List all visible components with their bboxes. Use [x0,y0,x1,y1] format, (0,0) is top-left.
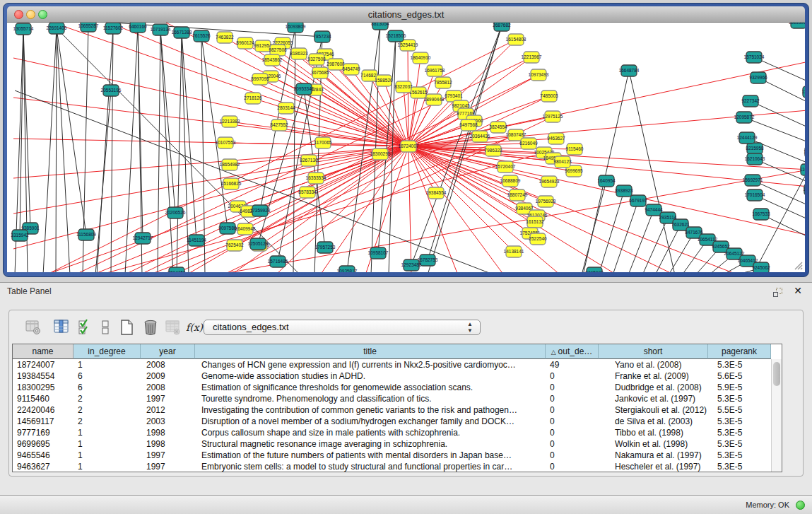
window-titlebar[interactable]: citations_edges.txt [7,6,805,23]
graph-node[interactable]: 10973493 [529,69,549,81]
graph-node[interactable]: 18990448 [424,94,445,105]
graph-edge[interactable] [751,101,805,131]
table-row[interactable]: 1872400712008Changes of HCN gene express… [13,359,772,370]
select-columns-check-button[interactable] [76,317,95,338]
graph-edge[interactable] [56,28,57,272]
table-cell[interactable]: Estimation of the future numbers of pati… [195,450,546,461]
table-cell[interactable]: 14569117 [13,416,73,427]
table-cell[interactable]: 1997 [141,393,195,404]
table-cell[interactable]: Changes of HCN gene expression and I(f) … [195,359,546,370]
graph-node[interactable]: 16154808 [506,34,526,45]
graph-node[interactable]: 9327508 [307,54,326,65]
column-header-pagerank[interactable]: pagerank [708,344,771,359]
graph-node[interactable]: 8960124 [236,37,254,49]
table-cell[interactable]: 9115460 [13,393,73,404]
graph-node[interactable]: 18113054 [789,23,805,28]
graph-edge[interactable] [138,27,143,238]
table-cell[interactable]: 0 [546,404,599,416]
table-cell[interactable]: 1 [73,359,141,370]
graph-node[interactable]: 16671388 [172,27,192,38]
table-row[interactable]: 977716911998Corpus callosum shape and si… [13,427,772,438]
graph-node[interactable]: 10935817 [337,266,358,272]
graph-edge[interactable] [613,201,638,272]
graph-node[interactable]: 16409948 [235,223,256,235]
graph-node[interactable]: 10107553 [216,137,236,148]
graph-node[interactable]: 20553196 [101,85,122,96]
graph-edge[interactable] [408,146,411,272]
graph-node[interactable]: 9097586 [218,223,237,234]
table-cell[interactable]: 0 [546,450,599,461]
graph-node[interactable]: 16353534 [306,173,326,184]
graph-node[interactable]: 16648784 [619,65,640,76]
graph-node[interactable]: 12444129 [737,132,758,144]
table-cell[interactable]: 1 [73,438,141,450]
graph-node[interactable]: 12213383 [220,116,240,127]
table-cell[interactable]: 5.3E-5 [708,393,771,404]
close-panel-icon[interactable]: ✕ [794,285,802,296]
graph-node[interactable]: 1170065 [314,137,332,148]
graph-node[interactable]: 20364436 [470,131,490,142]
graph-node[interactable]: 8186323 [290,48,308,59]
table-cell[interactable]: 9777169 [13,427,73,438]
table-cell[interactable]: Investigating the contribution of common… [195,404,546,416]
table-cell[interactable]: Genome-wide association studies in ADHD. [195,370,546,382]
table-cell[interactable]: 9463627 [13,461,73,472]
graph-node[interactable]: 18543862 [262,54,283,66]
table-cell[interactable]: 2 [73,416,141,427]
graph-node[interactable]: 7986322 [484,145,502,156]
graph-edge[interactable] [177,33,182,272]
table-cell[interactable]: 5.9E-5 [708,382,771,393]
table-cell[interactable]: 9699695 [13,438,73,450]
graph-node[interactable]: 1164112 [800,164,805,175]
table-cell[interactable]: Jankovic et al. (1997) [599,393,708,404]
graph-node[interactable]: 7857234 [313,31,331,42]
table-cell[interactable]: 1 [73,427,141,438]
graph-node[interactable]: 8267130 [300,155,318,166]
table-cell[interactable]: 5.3E-5 [708,416,771,427]
graph-node[interactable]: 1588520 [375,75,393,86]
table-cell[interactable]: 5.3E-5 [708,438,771,450]
graph-node[interactable]: 10688809 [500,175,521,187]
new-document-button[interactable] [117,317,137,338]
graph-node[interactable]: 15716485 [268,256,288,267]
table-cell[interactable]: 0 [546,370,599,382]
graph-edge[interactable] [599,191,624,272]
graph-node[interactable]: 15692971 [743,175,763,186]
table-cell[interactable]: Hescheler et al. (1997) [599,461,708,472]
table-cell[interactable]: 1997 [141,461,195,472]
table-cell[interactable]: 2008 [141,382,195,393]
graph-node[interactable]: 2687682 [493,23,511,31]
vertical-scrollbar[interactable] [771,359,782,472]
graph-node[interactable]: 6460160 [129,23,147,33]
graph-node[interactable]: 9463627 [547,133,565,144]
graph-node[interactable]: 9804123 [553,156,572,168]
float-panel-icon[interactable] [773,288,782,297]
graph-node[interactable]: 7463822 [216,32,234,43]
graph-node[interactable]: 18807249 [507,189,528,201]
graph-node[interactable]: 8813054 [371,23,389,30]
delete-trash-button[interactable] [141,317,160,338]
graph-node[interactable]: 12923488 [401,259,422,271]
graph-node[interactable]: 22691406 [47,23,67,34]
network-canvas[interactable]: 1872400716154808122139671097349374850031… [7,23,805,272]
graph-node[interactable]: 9245032 [585,267,604,272]
graph-node[interactable]: 19654923 [539,176,560,187]
table-cell[interactable]: Tourette syndrome. Phenomenology and cla… [195,393,546,404]
graph-node[interactable]: 2522540 [529,233,547,245]
function-builder-button[interactable]: f(x) [184,317,204,338]
graph-node[interactable]: 9329966 [749,72,767,83]
table-cell[interactable]: 1998 [141,427,195,438]
graph-node[interactable]: 19756928 [536,196,556,207]
graph-edge[interactable] [629,71,675,272]
graph-edge[interactable] [95,90,111,272]
column-header-name[interactable]: name [13,344,73,359]
graph-node[interactable]: 12942717 [133,233,153,244]
graph-node[interactable]: 3315942 [11,230,29,241]
table-cell[interactable]: Embryonic stem cells: a model to study s… [195,461,546,472]
graph-node[interactable]: 7855812 [434,77,452,88]
graph-edge[interactable] [182,33,196,240]
table-cell[interactable]: 6 [73,370,141,382]
table-cell[interactable]: 2 [73,393,141,404]
graph-node[interactable]: 6497568 [459,119,478,131]
graph-node[interactable]: 18300295 [370,148,391,160]
